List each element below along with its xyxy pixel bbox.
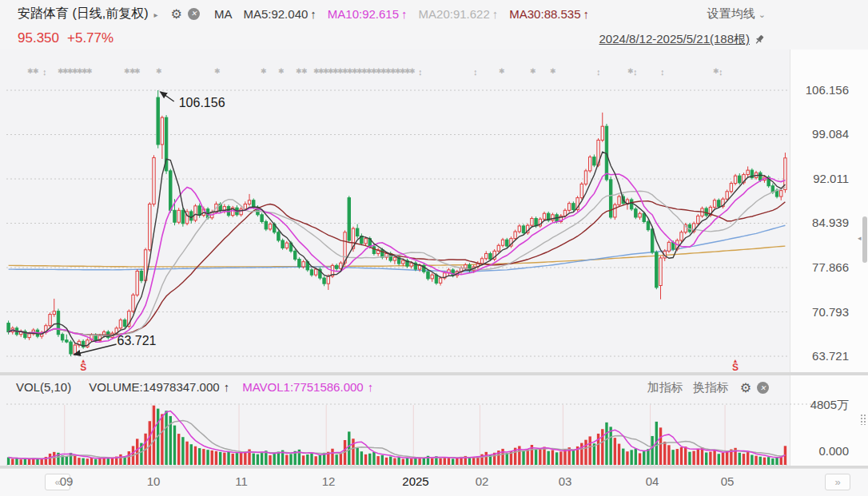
switch-indicator-button[interactable]: 换指标 xyxy=(693,380,729,395)
candle-body xyxy=(439,278,441,283)
ma-indicator-label[interactable]: MA xyxy=(214,7,233,21)
candle-body xyxy=(161,117,163,145)
volume-bar xyxy=(94,459,97,465)
volume-bar xyxy=(177,434,180,465)
pin-icon[interactable] xyxy=(754,34,766,46)
volume-bar xyxy=(161,414,163,465)
time-axis-label: 03 xyxy=(541,474,589,488)
volume-bar xyxy=(232,454,234,465)
chevron-down-icon: ⌄ xyxy=(759,10,766,19)
ma5-text: MA5:92.040 xyxy=(243,7,308,21)
volume-value: VOLUME:14978347.000 xyxy=(89,380,219,394)
candle-body xyxy=(28,334,30,338)
event-marker-icon[interactable]: ✱ xyxy=(301,67,308,75)
candle-body xyxy=(630,200,632,209)
scroll-right-button[interactable]: » xyxy=(825,474,850,490)
event-marker-icon[interactable]: ↕ xyxy=(719,67,723,77)
event-marker-icon[interactable]: ↕ xyxy=(596,67,601,77)
event-marker-icon[interactable]: ✱ xyxy=(409,67,416,75)
event-marker-icon[interactable]: ✱ xyxy=(214,67,221,75)
volume-bar xyxy=(671,450,674,465)
candle-body xyxy=(173,210,176,222)
symbol-title[interactable]: 安踏体育 (日线,前复权) xyxy=(18,6,149,22)
candle-body xyxy=(647,221,649,229)
event-marker-icon[interactable]: ✱ xyxy=(530,67,536,75)
event-marker-icon[interactable]: ↕ xyxy=(42,67,47,77)
pane-resize-handle[interactable] xyxy=(860,414,866,425)
event-marker-icon[interactable]: ✱ xyxy=(499,67,505,75)
candle-body xyxy=(269,224,271,229)
event-marker-icon[interactable]: ✱ xyxy=(261,67,267,75)
volume-bar xyxy=(418,458,420,465)
volume-bar xyxy=(701,447,703,465)
volume-bar xyxy=(211,450,213,465)
volume-bar xyxy=(302,455,305,465)
candle-body xyxy=(240,209,242,215)
event-marker-icon[interactable]: ↕ xyxy=(418,67,423,77)
candle-body xyxy=(70,342,72,354)
volume-bar xyxy=(439,458,441,465)
volume-bar xyxy=(609,427,611,465)
volume-bar xyxy=(547,451,550,465)
visible-range-button[interactable]: 2024/8/12-2025/5/21(188根) xyxy=(599,32,766,47)
volume-close-icon[interactable]: ✕ xyxy=(757,382,769,394)
event-marker-icon[interactable]: ↕ xyxy=(633,67,638,77)
candle-body xyxy=(327,276,329,284)
volume-bar xyxy=(755,456,757,465)
candle-body xyxy=(580,184,583,197)
expander-icon[interactable]: ▸ xyxy=(154,10,158,19)
volume-bar xyxy=(78,458,80,465)
stock-chart-app: 安踏体育 (日线,前复权) ▸ ⚙ ✕ MA MA5:92.040↑ MA10:… xyxy=(0,0,868,496)
dividend-marker-icon[interactable]: ▲S xyxy=(729,359,742,372)
volume-bar xyxy=(253,454,255,465)
volume-bar xyxy=(190,444,193,465)
candle-body xyxy=(726,192,728,199)
candle-body xyxy=(643,213,645,221)
volume-bar xyxy=(767,457,770,465)
event-marker-icon[interactable]: ↕ xyxy=(660,67,665,77)
volume-bar xyxy=(181,437,184,465)
volume-bar xyxy=(747,452,749,465)
event-marker-icon[interactable]: ✱ xyxy=(278,67,285,75)
volume-bar xyxy=(605,423,607,465)
volume-bar xyxy=(310,453,313,465)
volume-bar xyxy=(7,458,10,465)
candle-body xyxy=(198,206,201,216)
mavol1-up-arrow-icon: ↑ xyxy=(368,380,374,394)
event-marker-icon[interactable]: ↕ xyxy=(473,67,478,77)
time-axis-label: 05 xyxy=(703,474,751,488)
event-marker-icon[interactable]: ✱ xyxy=(86,67,93,75)
volume-bar xyxy=(376,456,379,465)
volume-bar xyxy=(618,444,620,465)
event-marker-icon[interactable]: ✱ xyxy=(134,67,141,75)
vertical-scrollbar[interactable] xyxy=(862,216,867,263)
volume-bar xyxy=(775,458,778,465)
volume-bar xyxy=(423,458,425,465)
collapse-left-icon[interactable]: ◂ xyxy=(858,234,862,242)
gear-icon[interactable]: ⚙ xyxy=(171,6,182,22)
volume-bar xyxy=(185,442,188,465)
candle-body xyxy=(497,245,500,251)
candle-body xyxy=(119,320,121,328)
volume-bar xyxy=(692,451,695,465)
volume-bar xyxy=(240,453,242,465)
ma-settings-button[interactable]: 设置均线⌄ xyxy=(707,6,766,22)
candle-body xyxy=(157,97,159,145)
candle-body xyxy=(181,210,184,223)
volume-bar xyxy=(584,440,587,465)
volume-gear-icon[interactable]: ⚙ xyxy=(740,380,751,395)
volume-bar xyxy=(273,454,276,465)
vol-indicator-label[interactable]: VOL(5,10) xyxy=(16,380,71,394)
event-marker-icon[interactable]: ✱ xyxy=(156,67,162,75)
candle-body xyxy=(393,257,396,260)
close-icon[interactable]: ✕ xyxy=(188,8,200,20)
candle-body xyxy=(718,200,720,207)
add-indicator-button[interactable]: 加指标 xyxy=(647,380,683,395)
event-marker-icon[interactable]: ✱ xyxy=(33,67,39,75)
volume-bar xyxy=(667,445,670,465)
low-annotation-label: 63.721 xyxy=(117,334,157,348)
volume-bar xyxy=(306,454,309,465)
event-marker-icon[interactable]: ✱ xyxy=(550,67,556,75)
volume-bar xyxy=(90,458,93,465)
dividend-marker-icon[interactable]: ▲S xyxy=(77,359,90,372)
